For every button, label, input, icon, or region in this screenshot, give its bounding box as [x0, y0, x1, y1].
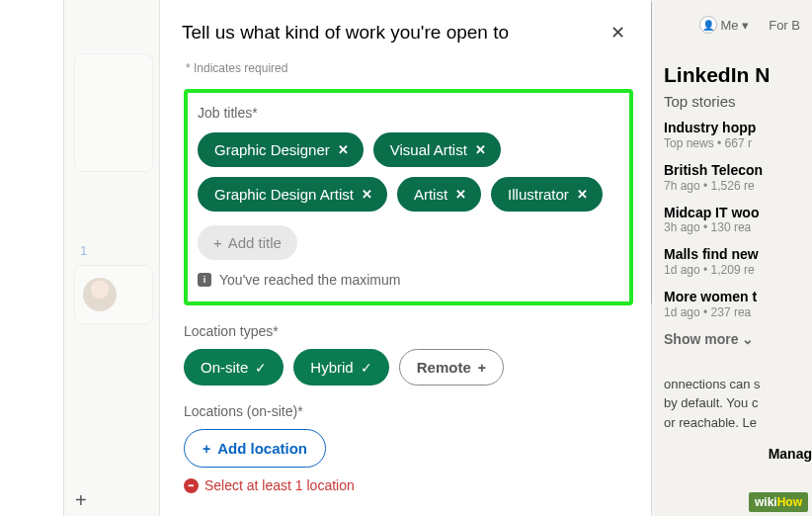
job-title-chip[interactable]: Illustrator✕ — [491, 177, 603, 212]
profile-card — [74, 53, 153, 172]
remove-icon[interactable]: ✕ — [362, 187, 372, 202]
news-item-meta: 7h ago • 1,526 re — [664, 179, 812, 193]
top-nav: 👤Me ▾ For B — [699, 0, 812, 49]
remove-icon[interactable]: ✕ — [338, 142, 349, 157]
chevron-down-icon: ⌄ — [742, 331, 754, 347]
location-type-onsite[interactable]: On-site✓ — [184, 349, 284, 386]
news-subheader: Top stories — [664, 93, 812, 110]
modal-title: Tell us what kind of work you're open to — [182, 22, 509, 43]
news-item-meta: 1d ago • 237 rea — [664, 305, 812, 319]
left-column: 1 — [64, 0, 160, 516]
left-number: 1 — [80, 243, 87, 258]
remove-icon[interactable]: ✕ — [455, 187, 466, 202]
remove-icon[interactable]: ✕ — [577, 187, 588, 202]
left-rail — [0, 0, 64, 516]
news-item-meta: 1d ago • 1,209 re — [664, 263, 812, 277]
watermark: wikiHow — [749, 492, 808, 512]
job-titles-label: Job titles* — [198, 105, 621, 121]
news-item-title[interactable]: Industry hopp — [664, 120, 812, 136]
add-title-button: +Add title — [198, 225, 297, 260]
location-types-label: Location types* — [184, 323, 627, 339]
news-item-meta: 3h ago • 130 rea — [664, 220, 812, 234]
for-business-link[interactable]: For B — [769, 18, 800, 33]
avatar-icon — [83, 278, 117, 311]
me-menu[interactable]: 👤Me ▾ — [699, 16, 750, 34]
required-note: * Indicates required — [160, 59, 651, 89]
suggestion-card — [74, 265, 153, 324]
job-title-chip[interactable]: Graphic Designer✕ — [198, 132, 364, 167]
news-item-title[interactable]: British Telecon — [664, 162, 812, 179]
show-more-button[interactable]: Show more⌄ — [664, 331, 812, 347]
news-panel: LinkedIn N Top stories Industry hoppTop … — [654, 0, 812, 516]
plus-icon: + — [478, 360, 486, 376]
start-date-section: Start date — [160, 507, 651, 516]
locations-section: Locations (on-site)* +Add location ━Sele… — [160, 399, 651, 507]
remove-icon[interactable]: ✕ — [475, 142, 486, 157]
avatar-icon: 👤 — [699, 16, 717, 34]
job-title-chip[interactable]: Artist✕ — [397, 177, 481, 212]
promo-text: onnections can sby default. You cor reac… — [664, 375, 812, 433]
news-item-title[interactable]: Malls find new — [664, 246, 812, 263]
job-title-chip[interactable]: Visual Artist✕ — [373, 132, 501, 167]
news-item-title[interactable]: More women t — [664, 289, 812, 305]
locations-label: Locations (on-site)* — [184, 403, 627, 419]
max-reached-info: iYou've reached the maximum — [198, 272, 621, 288]
open-to-work-modal: Tell us what kind of work you're open to… — [160, 0, 651, 516]
location-types-section: Location types* On-site✓ Hybrid✓ Remote+ — [160, 319, 651, 399]
plus-icon: + — [203, 441, 210, 457]
info-icon: i — [198, 273, 211, 287]
close-button[interactable]: ✕ — [607, 18, 629, 47]
plus-icon: + — [75, 489, 87, 512]
location-type-remote[interactable]: Remote+ — [399, 349, 504, 386]
news-item-meta: Top news • 667 r — [664, 136, 812, 150]
job-title-chip[interactable]: Graphic Design Artist✕ — [198, 177, 387, 212]
location-error: ━Select at least 1 location — [184, 477, 627, 493]
location-type-hybrid[interactable]: Hybrid✓ — [293, 349, 388, 386]
add-location-button[interactable]: +Add location — [184, 429, 326, 468]
job-title-chips: Graphic Designer✕ Visual Artist✕ Graphic… — [198, 132, 621, 212]
job-titles-section: Job titles* Graphic Designer✕ Visual Art… — [184, 89, 633, 305]
close-icon: ✕ — [610, 23, 625, 43]
check-icon: ✓ — [361, 360, 372, 376]
manage-link[interactable]: Manag — [664, 446, 812, 462]
news-item-title[interactable]: Midcap IT woo — [664, 205, 812, 221]
news-header: LinkedIn N — [664, 63, 812, 87]
plus-icon: + — [213, 234, 222, 251]
check-icon: ✓ — [255, 360, 267, 376]
error-icon: ━ — [184, 478, 199, 493]
